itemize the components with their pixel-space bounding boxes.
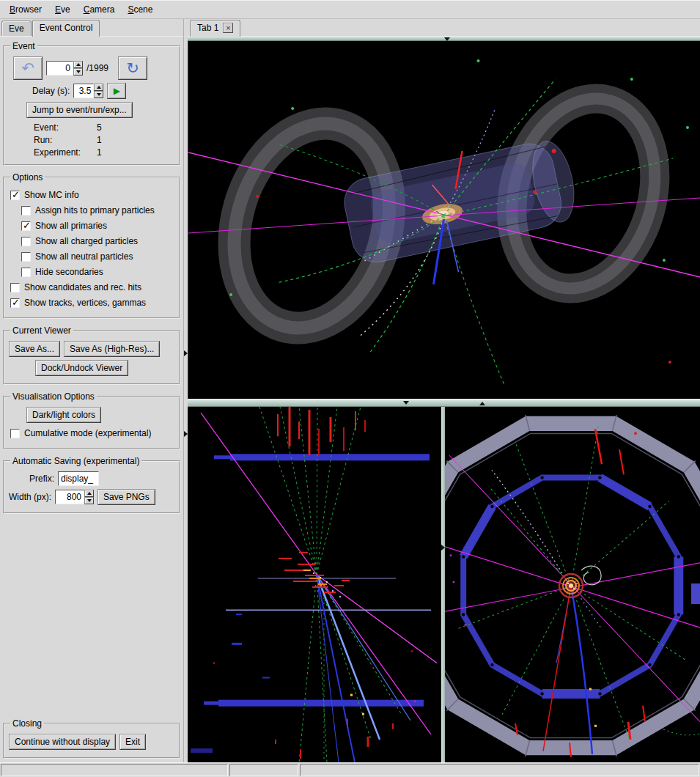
- tab-tab1-label: Tab 1: [197, 23, 218, 33]
- vertex-cluster: [279, 553, 350, 592]
- previous-event-button[interactable]: ↶: [13, 56, 43, 80]
- checkbox-cumulative-mode[interactable]: Cumulative mode (experimental): [10, 428, 173, 438]
- back-icon: ↶: [21, 61, 34, 76]
- panel-spacer: [2, 519, 181, 717]
- checkbox-hide-secondaries[interactable]: Hide secondaries: [21, 267, 173, 277]
- prefix-input[interactable]: [58, 471, 99, 486]
- event-number-spinner: [46, 61, 83, 76]
- delay-input[interactable]: [73, 84, 94, 98]
- splitter-arrow-icon[interactable]: [184, 350, 188, 356]
- viewport-side-view[interactable]: [188, 407, 441, 762]
- left-tab-bar: Eve Event Control: [0, 19, 183, 36]
- viewport-splitter-vertical[interactable]: [441, 407, 445, 762]
- checkbox-label: Assign hits to primary particles: [35, 205, 155, 216]
- event-total-label: /1999: [86, 63, 108, 73]
- delay-up-button[interactable]: [94, 84, 103, 91]
- menu-eve[interactable]: Eve: [48, 1, 77, 18]
- collapse-down-icon[interactable]: [403, 401, 409, 405]
- checkbox-icon[interactable]: [21, 268, 31, 277]
- width-input[interactable]: [55, 490, 84, 504]
- control-panel: Eve Event Control Event ↶: [0, 19, 183, 762]
- checkbox-show-all-primaries[interactable]: Show all primaries: [21, 221, 173, 231]
- splitter-arrow-icon[interactable]: [184, 431, 188, 437]
- collapse-up-icon[interactable]: [479, 402, 485, 405]
- continue-without-display-button[interactable]: Continue without display: [9, 734, 116, 750]
- jump-to-event-button[interactable]: Jump to event/run/exp...: [26, 102, 133, 118]
- width-px-label: Width (px):: [9, 492, 51, 502]
- checkbox-icon[interactable]: [10, 191, 20, 200]
- vertex-region: [559, 574, 583, 597]
- detector-bars: [191, 454, 430, 753]
- event-number-down-button[interactable]: [73, 68, 83, 76]
- viewer-tab-bar: Tab 1 ×: [188, 19, 700, 36]
- checkbox-icon[interactable]: [10, 298, 20, 308]
- event-3d-scene: [188, 41, 700, 399]
- tab-eve[interactable]: Eve: [1, 21, 32, 36]
- spinner-up-icon: [97, 86, 101, 89]
- status-section-3: [300, 764, 699, 776]
- save-as-button[interactable]: Save As...: [9, 341, 60, 357]
- run-value: 1: [97, 135, 102, 145]
- automatic-saving-title: Automatic Saving (experimental): [10, 456, 141, 466]
- options-group-title: Options: [10, 172, 45, 183]
- width-up-button[interactable]: [84, 490, 94, 497]
- menu-browser[interactable]: Browser: [3, 1, 48, 18]
- viewport-splitter-top[interactable]: [188, 36, 700, 41]
- viewer-area: Tab 1 ×: [188, 19, 700, 762]
- save-pngs-button[interactable]: Save PNGs: [97, 489, 155, 505]
- checkbox-label: Hide secondaries: [35, 267, 103, 277]
- current-viewer-group: Current Viewer Save As... Save As (High-…: [3, 325, 180, 385]
- checkbox-label: Show tracks, vertices, gammas: [24, 298, 146, 308]
- collapse-down-icon[interactable]: [444, 37, 450, 41]
- tab-event-control[interactable]: Event Control: [32, 20, 100, 37]
- checkbox-show-candidates[interactable]: Show candidates and rec. hits: [10, 282, 173, 292]
- checkbox-icon[interactable]: [21, 206, 31, 216]
- exit-button[interactable]: Exit: [119, 734, 146, 750]
- menu-camera[interactable]: Camera: [77, 1, 122, 18]
- checkbox-assign-hits[interactable]: Assign hits to primary particles: [21, 205, 173, 216]
- event-number-input[interactable]: [46, 61, 73, 76]
- viewport-splitter-middle[interactable]: [188, 399, 700, 407]
- event-front-scene: [445, 407, 700, 762]
- width-down-button[interactable]: [84, 497, 94, 504]
- collapse-right-icon[interactable]: [441, 545, 445, 550]
- event-info-row: Event: 5: [34, 122, 174, 133]
- tab-tab1[interactable]: Tab 1 ×: [190, 20, 240, 37]
- spinner-down-icon: [76, 70, 81, 73]
- menu-scene[interactable]: Scene: [121, 1, 159, 18]
- checkbox-label: Show candidates and rec. hits: [24, 282, 141, 292]
- event-side-scene: [188, 407, 441, 762]
- status-section-1: [1, 764, 228, 776]
- event-info: Event: 5 Run: 1 Experiment: 1: [34, 122, 174, 158]
- next-event-button[interactable]: ↻: [118, 56, 147, 80]
- viewport-3d[interactable]: [188, 41, 700, 399]
- checkbox-label: Show all charged particles: [35, 236, 138, 246]
- checkbox-show-tracks[interactable]: Show tracks, vertices, gammas: [10, 298, 173, 308]
- checkbox-icon[interactable]: [10, 429, 20, 438]
- dock-undock-button[interactable]: Dock/Undock Viewer: [35, 360, 128, 376]
- tab-close-button[interactable]: ×: [223, 23, 233, 33]
- current-viewer-title: Current Viewer: [10, 325, 73, 336]
- checkbox-icon[interactable]: [21, 237, 31, 246]
- play-button[interactable]: ▶: [107, 83, 126, 99]
- checkbox-show-neutral[interactable]: Show all neutral particles: [21, 251, 173, 262]
- dark-light-colors-button[interactable]: Dark/light colors: [26, 407, 101, 423]
- viewport-front-view[interactable]: [445, 407, 700, 762]
- checkbox-show-charged[interactable]: Show all charged particles: [21, 236, 173, 246]
- checkbox-icon[interactable]: [21, 221, 31, 231]
- checkbox-icon[interactable]: [21, 252, 31, 262]
- delay-down-button[interactable]: [94, 91, 103, 98]
- save-as-highres-button[interactable]: Save As (High-Res)...: [64, 341, 160, 357]
- closing-title: Closing: [10, 718, 44, 729]
- spinner-up-icon: [76, 63, 81, 66]
- run-info-row: Run: 1: [34, 135, 174, 145]
- panel-splitter[interactable]: [183, 19, 188, 762]
- spinner-up-icon: [87, 492, 92, 495]
- checkbox-show-mc-info[interactable]: Show MC info: [10, 190, 173, 200]
- close-icon: ×: [226, 24, 230, 32]
- delay-spinner: [73, 84, 103, 98]
- checkbox-label: Show MC info: [24, 190, 79, 200]
- event-number-up-button[interactable]: [73, 61, 83, 68]
- checkbox-icon[interactable]: [10, 283, 20, 292]
- charged-tracks: [445, 455, 700, 754]
